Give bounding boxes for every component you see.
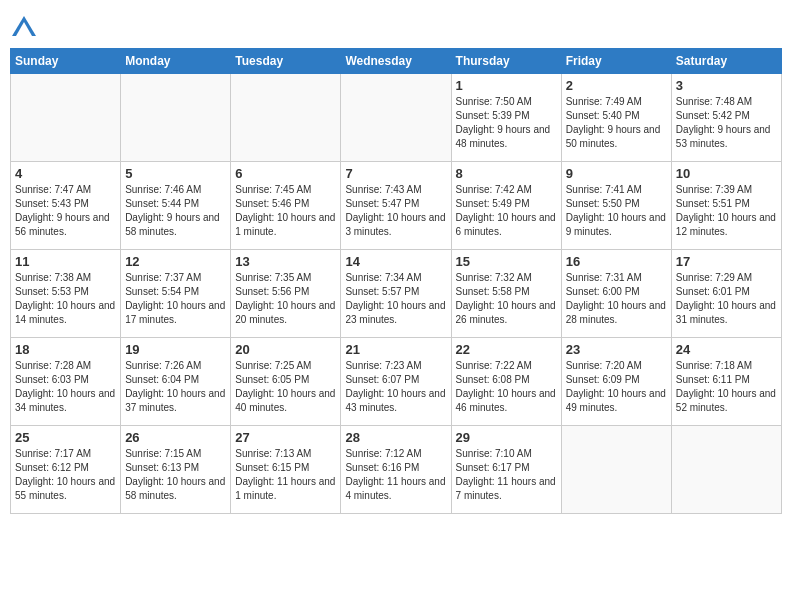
day-info: Sunrise: 7:35 AM Sunset: 5:56 PM Dayligh…	[235, 271, 336, 327]
calendar-cell: 13Sunrise: 7:35 AM Sunset: 5:56 PM Dayli…	[231, 250, 341, 338]
calendar-cell: 27Sunrise: 7:13 AM Sunset: 6:15 PM Dayli…	[231, 426, 341, 514]
calendar-row: 25Sunrise: 7:17 AM Sunset: 6:12 PM Dayli…	[11, 426, 782, 514]
day-number: 7	[345, 166, 446, 181]
calendar-cell: 17Sunrise: 7:29 AM Sunset: 6:01 PM Dayli…	[671, 250, 781, 338]
calendar-cell: 20Sunrise: 7:25 AM Sunset: 6:05 PM Dayli…	[231, 338, 341, 426]
calendar-cell	[11, 74, 121, 162]
day-info: Sunrise: 7:13 AM Sunset: 6:15 PM Dayligh…	[235, 447, 336, 503]
header-day: Monday	[121, 49, 231, 74]
day-number: 14	[345, 254, 446, 269]
day-info: Sunrise: 7:50 AM Sunset: 5:39 PM Dayligh…	[456, 95, 557, 151]
calendar-cell: 22Sunrise: 7:22 AM Sunset: 6:08 PM Dayli…	[451, 338, 561, 426]
day-info: Sunrise: 7:10 AM Sunset: 6:17 PM Dayligh…	[456, 447, 557, 503]
day-number: 10	[676, 166, 777, 181]
calendar-cell	[671, 426, 781, 514]
day-info: Sunrise: 7:22 AM Sunset: 6:08 PM Dayligh…	[456, 359, 557, 415]
day-number: 4	[15, 166, 116, 181]
day-number: 5	[125, 166, 226, 181]
day-number: 13	[235, 254, 336, 269]
header-day: Friday	[561, 49, 671, 74]
calendar-cell	[121, 74, 231, 162]
day-info: Sunrise: 7:26 AM Sunset: 6:04 PM Dayligh…	[125, 359, 226, 415]
day-info: Sunrise: 7:38 AM Sunset: 5:53 PM Dayligh…	[15, 271, 116, 327]
day-number: 2	[566, 78, 667, 93]
calendar-cell: 24Sunrise: 7:18 AM Sunset: 6:11 PM Dayli…	[671, 338, 781, 426]
day-number: 29	[456, 430, 557, 445]
calendar-cell: 5Sunrise: 7:46 AM Sunset: 5:44 PM Daylig…	[121, 162, 231, 250]
day-info: Sunrise: 7:12 AM Sunset: 6:16 PM Dayligh…	[345, 447, 446, 503]
day-number: 22	[456, 342, 557, 357]
day-number: 11	[15, 254, 116, 269]
day-number: 19	[125, 342, 226, 357]
calendar-cell: 7Sunrise: 7:43 AM Sunset: 5:47 PM Daylig…	[341, 162, 451, 250]
day-info: Sunrise: 7:23 AM Sunset: 6:07 PM Dayligh…	[345, 359, 446, 415]
day-info: Sunrise: 7:45 AM Sunset: 5:46 PM Dayligh…	[235, 183, 336, 239]
calendar-cell: 19Sunrise: 7:26 AM Sunset: 6:04 PM Dayli…	[121, 338, 231, 426]
day-number: 27	[235, 430, 336, 445]
header-day: Thursday	[451, 49, 561, 74]
day-info: Sunrise: 7:39 AM Sunset: 5:51 PM Dayligh…	[676, 183, 777, 239]
day-number: 16	[566, 254, 667, 269]
calendar-cell: 10Sunrise: 7:39 AM Sunset: 5:51 PM Dayli…	[671, 162, 781, 250]
calendar-cell: 1Sunrise: 7:50 AM Sunset: 5:39 PM Daylig…	[451, 74, 561, 162]
calendar-cell: 26Sunrise: 7:15 AM Sunset: 6:13 PM Dayli…	[121, 426, 231, 514]
day-info: Sunrise: 7:29 AM Sunset: 6:01 PM Dayligh…	[676, 271, 777, 327]
day-info: Sunrise: 7:47 AM Sunset: 5:43 PM Dayligh…	[15, 183, 116, 239]
calendar-cell: 2Sunrise: 7:49 AM Sunset: 5:40 PM Daylig…	[561, 74, 671, 162]
calendar-cell: 12Sunrise: 7:37 AM Sunset: 5:54 PM Dayli…	[121, 250, 231, 338]
header-row: SundayMondayTuesdayWednesdayThursdayFrid…	[11, 49, 782, 74]
calendar-row: 4Sunrise: 7:47 AM Sunset: 5:43 PM Daylig…	[11, 162, 782, 250]
day-number: 3	[676, 78, 777, 93]
day-info: Sunrise: 7:42 AM Sunset: 5:49 PM Dayligh…	[456, 183, 557, 239]
day-info: Sunrise: 7:48 AM Sunset: 5:42 PM Dayligh…	[676, 95, 777, 151]
calendar-cell	[561, 426, 671, 514]
day-info: Sunrise: 7:31 AM Sunset: 6:00 PM Dayligh…	[566, 271, 667, 327]
day-info: Sunrise: 7:20 AM Sunset: 6:09 PM Dayligh…	[566, 359, 667, 415]
day-number: 25	[15, 430, 116, 445]
day-info: Sunrise: 7:25 AM Sunset: 6:05 PM Dayligh…	[235, 359, 336, 415]
day-number: 20	[235, 342, 336, 357]
header-day: Tuesday	[231, 49, 341, 74]
day-info: Sunrise: 7:28 AM Sunset: 6:03 PM Dayligh…	[15, 359, 116, 415]
calendar-cell: 8Sunrise: 7:42 AM Sunset: 5:49 PM Daylig…	[451, 162, 561, 250]
day-number: 26	[125, 430, 226, 445]
day-number: 8	[456, 166, 557, 181]
calendar-row: 18Sunrise: 7:28 AM Sunset: 6:03 PM Dayli…	[11, 338, 782, 426]
day-info: Sunrise: 7:49 AM Sunset: 5:40 PM Dayligh…	[566, 95, 667, 151]
day-info: Sunrise: 7:15 AM Sunset: 6:13 PM Dayligh…	[125, 447, 226, 503]
calendar-cell: 6Sunrise: 7:45 AM Sunset: 5:46 PM Daylig…	[231, 162, 341, 250]
day-info: Sunrise: 7:46 AM Sunset: 5:44 PM Dayligh…	[125, 183, 226, 239]
day-number: 23	[566, 342, 667, 357]
day-number: 12	[125, 254, 226, 269]
calendar-cell: 21Sunrise: 7:23 AM Sunset: 6:07 PM Dayli…	[341, 338, 451, 426]
calendar-row: 11Sunrise: 7:38 AM Sunset: 5:53 PM Dayli…	[11, 250, 782, 338]
calendar-cell: 3Sunrise: 7:48 AM Sunset: 5:42 PM Daylig…	[671, 74, 781, 162]
day-number: 1	[456, 78, 557, 93]
logo	[10, 14, 42, 42]
calendar-table: SundayMondayTuesdayWednesdayThursdayFrid…	[10, 48, 782, 514]
day-number: 21	[345, 342, 446, 357]
day-number: 24	[676, 342, 777, 357]
calendar-cell: 15Sunrise: 7:32 AM Sunset: 5:58 PM Dayli…	[451, 250, 561, 338]
day-info: Sunrise: 7:17 AM Sunset: 6:12 PM Dayligh…	[15, 447, 116, 503]
header-day: Saturday	[671, 49, 781, 74]
day-info: Sunrise: 7:37 AM Sunset: 5:54 PM Dayligh…	[125, 271, 226, 327]
header-day: Sunday	[11, 49, 121, 74]
calendar-cell: 11Sunrise: 7:38 AM Sunset: 5:53 PM Dayli…	[11, 250, 121, 338]
day-info: Sunrise: 7:41 AM Sunset: 5:50 PM Dayligh…	[566, 183, 667, 239]
day-number: 28	[345, 430, 446, 445]
logo-icon	[10, 14, 38, 42]
day-info: Sunrise: 7:43 AM Sunset: 5:47 PM Dayligh…	[345, 183, 446, 239]
calendar-cell: 28Sunrise: 7:12 AM Sunset: 6:16 PM Dayli…	[341, 426, 451, 514]
calendar-cell: 29Sunrise: 7:10 AM Sunset: 6:17 PM Dayli…	[451, 426, 561, 514]
calendar-cell	[341, 74, 451, 162]
calendar-row: 1Sunrise: 7:50 AM Sunset: 5:39 PM Daylig…	[11, 74, 782, 162]
calendar-cell: 23Sunrise: 7:20 AM Sunset: 6:09 PM Dayli…	[561, 338, 671, 426]
calendar-cell: 4Sunrise: 7:47 AM Sunset: 5:43 PM Daylig…	[11, 162, 121, 250]
day-number: 15	[456, 254, 557, 269]
day-number: 18	[15, 342, 116, 357]
header-day: Wednesday	[341, 49, 451, 74]
day-number: 17	[676, 254, 777, 269]
day-number: 9	[566, 166, 667, 181]
calendar-cell: 16Sunrise: 7:31 AM Sunset: 6:00 PM Dayli…	[561, 250, 671, 338]
